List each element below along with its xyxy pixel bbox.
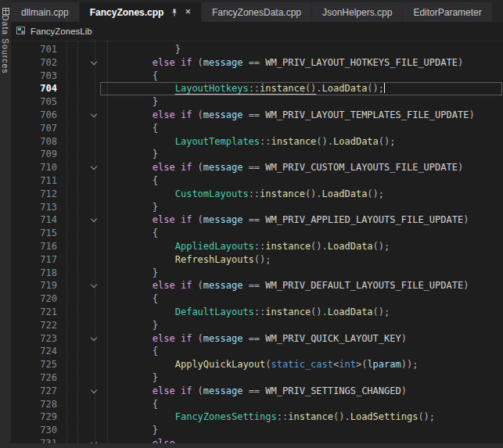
line-number[interactable]: 711 (11, 174, 57, 188)
line-number[interactable]: 706 (11, 109, 57, 122)
code-line-705[interactable]: 705 } (11, 95, 503, 109)
tab-dllmain.cpp[interactable]: dllmain.cpp (11, 2, 79, 22)
code-line-713[interactable]: 713 } (11, 201, 503, 214)
code-line-723[interactable]: 723 else if (message == WM_PRIV_QUICK_LA… (11, 332, 503, 346)
tab-EditorParameter[interactable]: EditorParameter (403, 2, 491, 22)
line-number[interactable]: 719 (11, 279, 57, 292)
code-text: CustomLayouts::instance().LoadData(); (107, 188, 384, 201)
tab-JsonHelpers.cpp[interactable]: JsonHelpers.cpp (312, 2, 402, 22)
line-number[interactable]: 715 (11, 227, 57, 240)
line-number[interactable]: 728 (11, 398, 57, 411)
line-number[interactable]: 727 (11, 385, 57, 398)
line-number[interactable]: 725 (11, 358, 57, 371)
horizontal-scrollbar[interactable] (11, 443, 503, 448)
line-number[interactable]: 720 (11, 292, 57, 306)
code-line-715[interactable]: 715 { (11, 227, 503, 240)
code-line-724[interactable]: 724 { (11, 345, 503, 358)
code-line-720[interactable]: 720 { (11, 292, 503, 306)
code-line-711[interactable]: 711 { (11, 174, 503, 188)
code-line-706[interactable]: 706 else if (message == WM_PRIV_LAYOUT_T… (11, 109, 503, 122)
fold-margin (57, 148, 107, 161)
fold-chevron-icon[interactable] (57, 279, 107, 292)
line-number[interactable]: 707 (11, 122, 57, 135)
line-number[interactable]: 712 (11, 188, 57, 201)
code-line-725[interactable]: 725 ApplyQuickLayout(static_cast<int>(lp… (11, 358, 503, 371)
line-number[interactable]: 704 (11, 82, 57, 95)
fold-margin (57, 240, 107, 253)
line-number[interactable]: 729 (11, 410, 57, 424)
code-line-704[interactable]: 704 LayoutHotkeys::instance().LoadData()… (11, 82, 503, 95)
code-text: { (107, 122, 158, 135)
code-line-721[interactable]: 721 DefaultLayouts::instance().LoadData(… (11, 306, 503, 319)
fold-chevron-icon[interactable] (57, 332, 107, 346)
code-line-714[interactable]: 714 else if (message == WM_PRIV_APPLIED_… (11, 213, 503, 227)
code-text: } (107, 319, 158, 332)
tab-label: FancyZones.cpp (90, 7, 164, 18)
fold-margin (57, 424, 107, 437)
code-line-710[interactable]: 710 else if (message == WM_PRIV_CUSTOM_L… (11, 161, 503, 174)
line-number[interactable]: 726 (11, 371, 57, 385)
line-number[interactable]: 730 (11, 424, 57, 437)
navigation-bar: FancyZonesLib (11, 22, 503, 41)
code-line-726[interactable]: 726 } (11, 371, 503, 385)
line-number[interactable]: 701 (11, 43, 57, 56)
code-line-730[interactable]: 730 } (11, 424, 503, 437)
line-number[interactable]: 721 (11, 306, 57, 319)
code-text: { (107, 345, 158, 358)
code-line-708[interactable]: 708 LayoutTemplates::instance().LoadData… (11, 135, 503, 149)
close-icon[interactable]: ✕ (185, 9, 191, 16)
code-line-709[interactable]: 709 } (11, 148, 503, 161)
code-line-703[interactable]: 703 { (11, 70, 503, 83)
fold-chevron-icon[interactable] (57, 56, 107, 70)
line-number[interactable]: 703 (11, 70, 57, 83)
code-line-717[interactable]: 717 RefreshLayouts(); (11, 253, 503, 267)
fold-chevron-icon[interactable] (57, 385, 107, 398)
fold-chevron-icon[interactable] (57, 161, 107, 174)
code-text: else if (message == WM_PRIV_LAYOUT_TEMPL… (107, 109, 475, 122)
tab-FancyZones.cpp[interactable]: FancyZones.cpp✕ (80, 2, 201, 22)
fold-margin (57, 82, 107, 95)
line-number[interactable]: 709 (11, 148, 57, 161)
line-number[interactable]: 724 (11, 345, 57, 358)
line-number[interactable]: 718 (11, 267, 57, 280)
code-line-727[interactable]: 727 else if (message == WM_PRIV_SETTINGS… (11, 385, 503, 398)
code-line-707[interactable]: 707 { (11, 122, 503, 135)
code-line-728[interactable]: 728 { (11, 398, 503, 411)
line-number[interactable]: 714 (11, 213, 57, 227)
code-line-712[interactable]: 712 CustomLayouts::instance().LoadData()… (11, 188, 503, 201)
tab-label: dllmain.cpp (21, 7, 69, 18)
code-line-716[interactable]: 716 AppliedLayouts::instance().LoadData(… (11, 240, 503, 253)
code-line-702[interactable]: 702 else if (message == WM_PRIV_LAYOUT_H… (11, 56, 503, 70)
line-number[interactable]: 713 (11, 201, 57, 214)
code-text: AppliedLayouts::instance().LoadData(); (107, 240, 390, 253)
code-line-718[interactable]: 718 } (11, 267, 503, 280)
project-dropdown[interactable]: FancyZonesLib (31, 27, 92, 36)
pin-icon[interactable] (171, 9, 178, 16)
fold-chevron-icon[interactable] (57, 109, 107, 122)
line-number[interactable]: 717 (11, 253, 57, 267)
data-sources-tab[interactable]: Data Sources (1, 15, 10, 74)
code-line-719[interactable]: 719 else if (message == WM_PRIV_DEFAULT_… (11, 279, 503, 292)
fold-margin (57, 319, 107, 332)
fold-margin (57, 398, 107, 411)
fold-margin (57, 135, 107, 149)
fold-margin (57, 95, 107, 109)
code-text: ApplyQuickLayout(static_cast<int>(lparam… (107, 358, 418, 371)
project-icon (16, 24, 26, 38)
line-number[interactable]: 716 (11, 240, 57, 253)
line-number[interactable]: 705 (11, 95, 57, 109)
fold-chevron-icon[interactable] (57, 213, 107, 227)
line-number[interactable]: 702 (11, 56, 57, 70)
code-line-701[interactable]: 701 } (11, 43, 503, 56)
code-text: { (107, 292, 158, 306)
code-line-729[interactable]: 729 FancyZonesSettings::instance().LoadS… (11, 410, 503, 424)
code-text: DefaultLayouts::instance().LoadData(); (107, 306, 390, 319)
tab-FancyZonesData.cpp[interactable]: FancyZonesData.cpp (202, 2, 311, 22)
code-editor[interactable]: 701 }702 else if (message == WM_PRIV_LAY… (11, 41, 503, 448)
line-number[interactable]: 723 (11, 332, 57, 346)
line-number[interactable]: 722 (11, 319, 57, 332)
line-number[interactable]: 708 (11, 135, 57, 149)
code-text: else if (message == WM_PRIV_QUICK_LAYOUT… (107, 332, 407, 346)
line-number[interactable]: 710 (11, 161, 57, 174)
code-line-722[interactable]: 722 } (11, 319, 503, 332)
